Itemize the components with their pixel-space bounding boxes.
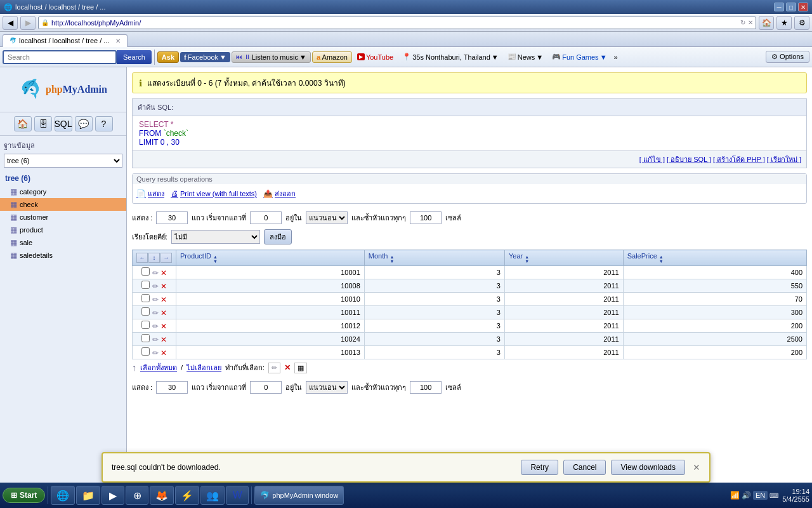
col-month[interactable]: Month ▲▼ — [364, 250, 504, 266]
tab-close-icon[interactable]: ✕ — [115, 37, 121, 44]
taskbar-media-icon[interactable]: ▶ — [102, 486, 124, 505]
row-delete-icon-2[interactable]: ✕ — [160, 295, 167, 304]
sql-reload-link[interactable]: [ เรียกใหม่ ] — [767, 156, 801, 163]
col-saleprice[interactable]: SalePrice ▲▼ — [623, 250, 806, 266]
row-edit-icon-6[interactable]: ✏ — [152, 349, 159, 358]
sql-create-php-link[interactable]: [ สร้างโค้ด PHP ] — [713, 156, 765, 163]
music-button[interactable]: ⏮ ⏸ Listen to music ▼ — [232, 51, 311, 63]
row-checkbox-6[interactable] — [141, 347, 150, 356]
minimize-button[interactable]: ─ — [774, 3, 784, 11]
taskbar-folder-icon[interactable]: 📁 — [76, 486, 100, 505]
sidebar-db-icon[interactable]: 🗄 — [34, 116, 52, 131]
taskbar-ie-icon[interactable]: 🌐 — [51, 486, 75, 505]
op-print-link[interactable]: 🖨 Print view (with full texts) — [171, 189, 257, 198]
facebook-button[interactable]: f Facebook ▼ — [180, 52, 230, 62]
bottom-in-select[interactable]: แนวนอน — [306, 381, 348, 394]
select-all-link[interactable]: เลือกทั้งหมด — [140, 362, 177, 373]
row-checkbox-1[interactable] — [141, 281, 150, 289]
sidebar-item-category[interactable]: ▦category — [0, 185, 126, 198]
bottom-from-input[interactable] — [250, 381, 282, 394]
row-delete-icon-4[interactable]: ✕ — [160, 322, 167, 331]
address-text[interactable]: http://localhost/phpMyAdmin/ — [51, 19, 738, 27]
show-input[interactable] — [156, 211, 188, 224]
news-button[interactable]: 📰 News ▼ — [504, 51, 547, 62]
close-button[interactable]: ✕ — [798, 3, 808, 11]
sidebar-help-icon[interactable]: ? — [95, 116, 113, 131]
forward-button[interactable]: ▶ — [20, 16, 36, 30]
search-button[interactable]: Search — [117, 50, 152, 64]
select-none-link[interactable]: ไม่เลือกเลย — [187, 362, 221, 373]
search-input[interactable] — [3, 50, 117, 64]
youtube-button[interactable]: ▶ YouTube — [353, 52, 397, 62]
amazon-button[interactable]: a Amazon — [312, 51, 352, 63]
bottom-repeat-input[interactable] — [410, 381, 442, 394]
row-checkbox-4[interactable] — [141, 321, 150, 329]
sidebar-item-customer[interactable]: ▦customer — [0, 211, 126, 224]
sql-explain-link[interactable]: [ อธิบาย SQL ] — [667, 156, 711, 163]
stop-button[interactable]: ✕ — [748, 19, 753, 26]
options-button[interactable]: ⚙ Options — [766, 51, 809, 63]
row-edit-icon-0[interactable]: ✏ — [152, 269, 159, 277]
row-checkbox-0[interactable] — [141, 267, 150, 276]
from-input[interactable] — [250, 211, 282, 224]
row-checkbox-5[interactable] — [141, 334, 150, 342]
sidebar-item-product[interactable]: ▦product — [0, 224, 126, 236]
retry-button[interactable]: Retry — [521, 460, 558, 475]
taskbar-word-icon[interactable]: W — [226, 486, 249, 505]
prev-arrow[interactable]: ← — [136, 253, 148, 263]
row-delete-icon-3[interactable]: ✕ — [160, 309, 167, 318]
col-year[interactable]: Year ▲▼ — [504, 250, 623, 266]
more-button[interactable]: » — [612, 53, 620, 61]
row-delete-icon-6[interactable]: ✕ — [160, 349, 167, 358]
export-selected-icon[interactable]: ▦ — [294, 363, 307, 373]
row-delete-icon-5[interactable]: ✕ — [160, 335, 167, 344]
edit-selected-icon[interactable]: ✏ — [268, 363, 280, 373]
sort-select[interactable]: ไม่มี — [171, 230, 260, 244]
sidebar-query-icon[interactable]: 💬 — [75, 116, 93, 131]
settings-button[interactable]: ⚙ — [794, 16, 809, 30]
clock[interactable]: 19:14 5/4/2555 — [782, 488, 809, 503]
row-delete-icon-0[interactable]: ✕ — [160, 269, 167, 277]
taskbar-tools-icon[interactable]: ⚡ — [175, 486, 199, 505]
download-close-icon[interactable]: ✕ — [693, 462, 700, 472]
tab-main[interactable]: 🐬 localhost / localhost / tree / ... ✕ — [3, 34, 128, 47]
start-button[interactable]: ⊞ Start — [3, 488, 45, 503]
sidebar-item-check[interactable]: ▦check — [0, 198, 126, 211]
row-edit-icon-4[interactable]: ✏ — [152, 322, 159, 331]
col-productid[interactable]: ProductID ▲▼ — [176, 250, 365, 266]
row-checkbox-2[interactable] — [141, 294, 150, 302]
view-downloads-button[interactable]: View downloads — [611, 460, 685, 475]
home-button[interactable]: 🏠 — [759, 16, 774, 30]
row-edit-icon-2[interactable]: ✏ — [152, 295, 159, 304]
db-select[interactable]: tree (6) — [4, 154, 122, 168]
lang-indicator[interactable]: EN — [753, 491, 768, 500]
row-delete-icon-1[interactable]: ✕ — [160, 282, 167, 291]
repeat-input[interactable] — [410, 211, 442, 224]
go-button[interactable]: ลงมือ — [264, 229, 292, 244]
row-edit-icon-1[interactable]: ✏ — [152, 282, 159, 291]
taskbar-firefox-icon[interactable]: 🦊 — [150, 486, 174, 505]
maximize-button[interactable]: □ — [786, 3, 796, 11]
sidebar-item-sale[interactable]: ▦sale — [0, 236, 126, 249]
row-edit-icon-5[interactable]: ✏ — [152, 335, 159, 344]
sort-arrow[interactable]: ↕ — [148, 253, 160, 263]
op-export-link[interactable]: 📤 ส่งออก — [263, 188, 296, 199]
sidebar-sql-icon[interactable]: SQL — [55, 116, 72, 131]
bottom-show-input[interactable] — [156, 381, 188, 394]
cancel-button[interactable]: Cancel — [563, 460, 606, 475]
next-arrow[interactable]: → — [160, 253, 172, 263]
ask-button[interactable]: Ask — [157, 51, 179, 63]
op-show-link[interactable]: 📄 แสดง — [136, 188, 164, 199]
delete-selected-icon[interactable]: ✕ — [284, 363, 291, 372]
games-button[interactable]: 🎮 Fun Games ▼ — [548, 51, 610, 62]
in-select[interactable]: แนวนอน — [306, 211, 348, 224]
row-checkbox-3[interactable] — [141, 307, 150, 316]
favorites-button[interactable]: ★ — [776, 16, 792, 30]
sidebar-home-icon[interactable]: 🏠 — [14, 116, 32, 131]
taskbar-chrome-icon[interactable]: ⊕ — [126, 486, 148, 505]
back-button[interactable]: ◀ — [3, 16, 18, 30]
refresh-button[interactable]: ↻ — [740, 19, 745, 26]
sidebar-item-saledetails[interactable]: ▦saledetails — [0, 249, 126, 262]
taskbar-phpmyadmin-window[interactable]: 🐬 phpMyAdmin window — [254, 486, 344, 505]
location-button[interactable]: 📍 35s Nonthaburi, Thailand ▼ — [398, 51, 502, 62]
